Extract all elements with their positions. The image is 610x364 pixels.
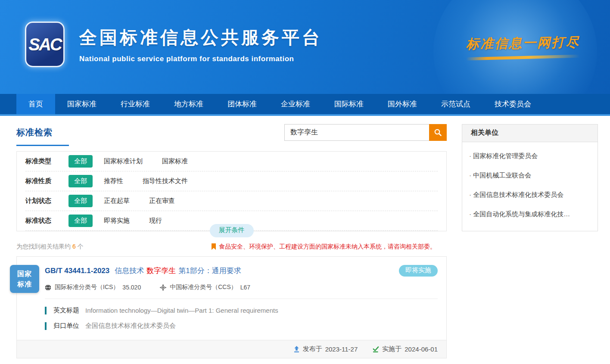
filter-label: 标准类型 <box>25 157 68 165</box>
filter-label: 计划状态 <box>25 197 68 205</box>
main-nav: 首页 国家标准 行业标准 地方标准 团体标准 企业标准 国际标准 国外标准 示范… <box>0 94 610 114</box>
implement-date: 2024-06-01 <box>405 345 438 353</box>
site-title: 全国标准信息公共服务平台 <box>79 26 322 50</box>
publish-date-group: 发布于 2023-11-27 <box>293 345 358 353</box>
unit-row: 归口单位 全国信息技术标准化技术委员会 <box>45 322 438 330</box>
search-box <box>284 124 447 141</box>
header-slogan-text: 标准信息一网打尽 <box>466 34 580 53</box>
filter-label: 标准状态 <box>25 217 68 225</box>
nav-item-local-standards[interactable]: 地方标准 <box>162 94 215 114</box>
site-subtitle: National public service platform for sta… <box>79 55 322 63</box>
standard-title[interactable]: 信息技术数字孪生第1部分：通用要求 <box>115 266 241 276</box>
unit-value: 全国信息技术标准化技术委员会 <box>85 322 176 330</box>
notice-text: 食品安全、环境保护、工程建设方面的国家标准未纳入本系统，请咨询相关部委。 <box>219 243 436 251</box>
unit-label: 归口单位 <box>53 322 79 330</box>
search-icon <box>434 128 442 137</box>
sac-logo: SAC <box>25 22 65 67</box>
ics-value: 35.020 <box>122 284 141 291</box>
bookmark-icon <box>211 243 216 250</box>
standard-type-badge: 国家 标准 <box>10 265 39 293</box>
status-badge: 即将实施 <box>399 265 438 277</box>
nav-item-industry-standards[interactable]: 行业标准 <box>109 94 162 114</box>
sidebar-item-automation-committee[interactable]: 全国自动化系统与集成标准化技… <box>462 205 598 224</box>
nav-item-technical-committee[interactable]: 技术委员会 <box>482 94 543 114</box>
filter-panel: 标准类型 全部 国家标准计划 国家标准 标准性质 全部 推荐性 指导性技术文件 … <box>16 151 447 231</box>
nav-item-home[interactable]: 首页 <box>16 94 55 114</box>
search-input[interactable] <box>284 124 429 141</box>
ccs-label: 中国标准分类号（CCS） <box>170 283 237 291</box>
ccs-value: L67 <box>240 284 250 291</box>
english-title-row: 英文标题 Information technology—Digital twin… <box>45 306 438 314</box>
teal-bar <box>45 322 47 330</box>
publish-icon <box>293 346 300 353</box>
publish-label: 发布于 <box>303 345 322 353</box>
nav-item-national-standards[interactable]: 国家标准 <box>55 94 109 114</box>
sidebar-item-machinery-federation[interactable]: 中国机械工业联合会 <box>462 166 598 185</box>
filter-row-standard-type: 标准类型 全部 国家标准计划 国家标准 <box>25 152 438 171</box>
filter-option[interactable]: 国家标准 <box>162 157 188 165</box>
english-title-value: Information technology—Digital twin—Part… <box>85 307 278 314</box>
nav-item-foreign-standards[interactable]: 国外标准 <box>376 94 429 114</box>
filter-all-button[interactable]: 全部 <box>68 155 93 168</box>
section-head: 标准检索 <box>16 124 69 146</box>
page-title: 标准检索 <box>16 127 69 138</box>
english-title-label: 英文标题 <box>53 306 79 314</box>
implement-icon <box>372 346 379 353</box>
filter-option[interactable]: 正在起草 <box>104 197 130 205</box>
result-card: 国家 标准 GB/T 43441.1-2023 信息技术数字孪生第1部分：通用要… <box>16 256 447 358</box>
standard-code[interactable]: GB/T 43441.1-2023 <box>45 267 109 275</box>
results-count: 为您找到相关结果约6个 <box>16 243 84 251</box>
notice: 食品安全、环境保护、工程建设方面的国家标准未纳入本系统，请咨询相关部委。 <box>211 243 436 251</box>
nav-item-group-standards[interactable]: 团体标准 <box>215 94 269 114</box>
search-button[interactable] <box>429 124 447 141</box>
implement-date-group: 实施于 2024-06-01 <box>372 345 438 353</box>
teal-bar <box>45 307 47 314</box>
filter-row-plan-status: 计划状态 全部 正在起草 正在审查 <box>25 191 438 211</box>
sidebar-item-it-standardization-committee[interactable]: 全国信息技术标准化技术委员会 <box>462 185 598 205</box>
filter-option[interactable]: 现行 <box>149 217 162 225</box>
filter-row-standard-nature: 标准性质 全部 推荐性 指导性技术文件 <box>25 171 438 191</box>
filter-option[interactable]: 指导性技术文件 <box>143 177 188 185</box>
title-underline <box>16 145 69 146</box>
site-header: SAC 全国标准信息公共服务平台 National public service… <box>0 0 610 94</box>
filter-all-button[interactable]: 全部 <box>68 195 93 207</box>
globe-icon <box>45 284 51 291</box>
sidebar-title: 相关单位 <box>462 124 598 142</box>
filter-option[interactable]: 即将实施 <box>104 217 130 225</box>
filter-all-button[interactable]: 全部 <box>68 175 93 187</box>
filter-all-button[interactable]: 全部 <box>68 215 93 227</box>
expand-conditions-button[interactable]: 展开条件 <box>210 224 254 237</box>
header-slogan: 标准信息一网打尽 <box>466 34 580 59</box>
implement-label: 实施于 <box>382 345 401 353</box>
filter-label: 标准性质 <box>25 177 68 185</box>
related-units-panel: 相关单位 国家标准化管理委员会 中国机械工业联合会 全国信息技术标准化技术委员会… <box>462 124 598 231</box>
nav-item-international-standards[interactable]: 国际标准 <box>322 94 376 114</box>
card-footer: 发布于 2023-11-27 实施于 2024-06-01 <box>17 340 446 358</box>
nav-item-pilot[interactable]: 示范试点 <box>429 94 482 114</box>
compass-icon <box>160 284 166 291</box>
filter-option[interactable]: 正在审查 <box>149 197 175 205</box>
ics-group: 国际标准分类号（ICS） 35.020 <box>45 283 141 291</box>
sidebar-item-sac[interactable]: 国家标准化管理委员会 <box>462 146 598 166</box>
filter-option[interactable]: 推荐性 <box>104 177 123 185</box>
ccs-group: 中国标准分类号（CCS） L67 <box>160 283 250 291</box>
nav-item-enterprise-standards[interactable]: 企业标准 <box>269 94 322 114</box>
filter-option[interactable]: 国家标准计划 <box>104 157 143 165</box>
publish-date: 2023-11-27 <box>325 345 358 353</box>
ics-label: 国际标准分类号（ICS） <box>55 283 119 291</box>
highlight-term: 数字孪生 <box>146 267 176 275</box>
sac-logo-text: SAC <box>28 35 61 54</box>
results-count-number: 6 <box>72 243 76 250</box>
